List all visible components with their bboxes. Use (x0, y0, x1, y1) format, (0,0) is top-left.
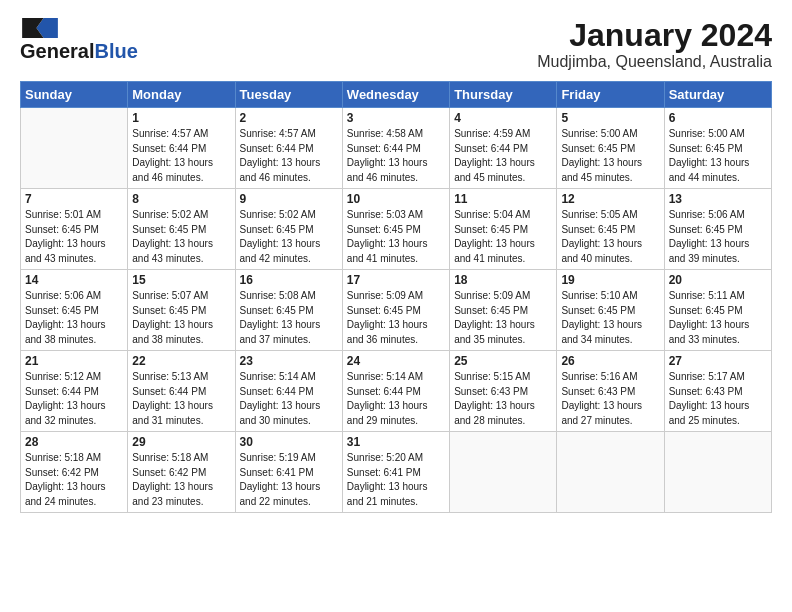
day-number: 17 (347, 273, 445, 287)
day-info: Sunrise: 5:02 AM Sunset: 6:45 PM Dayligh… (240, 208, 338, 266)
day-info: Sunrise: 5:03 AM Sunset: 6:45 PM Dayligh… (347, 208, 445, 266)
calendar-cell: 3Sunrise: 4:58 AM Sunset: 6:44 PM Daylig… (342, 108, 449, 189)
day-info: Sunrise: 5:17 AM Sunset: 6:43 PM Dayligh… (669, 370, 767, 428)
calendar-cell: 23Sunrise: 5:14 AM Sunset: 6:44 PM Dayli… (235, 351, 342, 432)
day-number: 7 (25, 192, 123, 206)
day-info: Sunrise: 5:07 AM Sunset: 6:45 PM Dayligh… (132, 289, 230, 347)
day-info: Sunrise: 5:13 AM Sunset: 6:44 PM Dayligh… (132, 370, 230, 428)
logo: General Blue (20, 18, 138, 63)
calendar-cell: 8Sunrise: 5:02 AM Sunset: 6:45 PM Daylig… (128, 189, 235, 270)
calendar-cell (21, 108, 128, 189)
day-number: 21 (25, 354, 123, 368)
day-number: 6 (669, 111, 767, 125)
day-number: 12 (561, 192, 659, 206)
day-number: 2 (240, 111, 338, 125)
day-number: 8 (132, 192, 230, 206)
day-info: Sunrise: 5:06 AM Sunset: 6:45 PM Dayligh… (25, 289, 123, 347)
week-row-1: 7Sunrise: 5:01 AM Sunset: 6:45 PM Daylig… (21, 189, 772, 270)
day-number: 18 (454, 273, 552, 287)
day-number: 25 (454, 354, 552, 368)
day-info: Sunrise: 5:09 AM Sunset: 6:45 PM Dayligh… (347, 289, 445, 347)
day-info: Sunrise: 5:00 AM Sunset: 6:45 PM Dayligh… (669, 127, 767, 185)
day-info: Sunrise: 5:15 AM Sunset: 6:43 PM Dayligh… (454, 370, 552, 428)
calendar-cell: 31Sunrise: 5:20 AM Sunset: 6:41 PM Dayli… (342, 432, 449, 513)
day-number: 28 (25, 435, 123, 449)
day-number: 5 (561, 111, 659, 125)
calendar-cell: 26Sunrise: 5:16 AM Sunset: 6:43 PM Dayli… (557, 351, 664, 432)
day-info: Sunrise: 5:12 AM Sunset: 6:44 PM Dayligh… (25, 370, 123, 428)
week-row-2: 14Sunrise: 5:06 AM Sunset: 6:45 PM Dayli… (21, 270, 772, 351)
calendar-cell: 21Sunrise: 5:12 AM Sunset: 6:44 PM Dayli… (21, 351, 128, 432)
day-info: Sunrise: 4:58 AM Sunset: 6:44 PM Dayligh… (347, 127, 445, 185)
calendar-title: January 2024 (537, 18, 772, 53)
week-row-3: 21Sunrise: 5:12 AM Sunset: 6:44 PM Dayli… (21, 351, 772, 432)
header-monday: Monday (128, 82, 235, 108)
logo-svg (20, 18, 60, 38)
calendar-cell: 2Sunrise: 4:57 AM Sunset: 6:44 PM Daylig… (235, 108, 342, 189)
day-number: 3 (347, 111, 445, 125)
day-info: Sunrise: 5:08 AM Sunset: 6:45 PM Dayligh… (240, 289, 338, 347)
day-info: Sunrise: 5:19 AM Sunset: 6:41 PM Dayligh… (240, 451, 338, 509)
calendar-table: SundayMondayTuesdayWednesdayThursdayFrid… (20, 81, 772, 513)
day-number: 16 (240, 273, 338, 287)
day-number: 20 (669, 273, 767, 287)
day-number: 11 (454, 192, 552, 206)
day-info: Sunrise: 4:57 AM Sunset: 6:44 PM Dayligh… (240, 127, 338, 185)
day-number: 1 (132, 111, 230, 125)
logo-general: General (20, 40, 94, 63)
day-number: 4 (454, 111, 552, 125)
day-info: Sunrise: 5:20 AM Sunset: 6:41 PM Dayligh… (347, 451, 445, 509)
calendar-header-row: SundayMondayTuesdayWednesdayThursdayFrid… (21, 82, 772, 108)
day-info: Sunrise: 5:06 AM Sunset: 6:45 PM Dayligh… (669, 208, 767, 266)
day-info: Sunrise: 5:18 AM Sunset: 6:42 PM Dayligh… (25, 451, 123, 509)
calendar-cell: 4Sunrise: 4:59 AM Sunset: 6:44 PM Daylig… (450, 108, 557, 189)
day-number: 31 (347, 435, 445, 449)
day-info: Sunrise: 5:02 AM Sunset: 6:45 PM Dayligh… (132, 208, 230, 266)
calendar-cell: 11Sunrise: 5:04 AM Sunset: 6:45 PM Dayli… (450, 189, 557, 270)
calendar-cell: 16Sunrise: 5:08 AM Sunset: 6:45 PM Dayli… (235, 270, 342, 351)
day-info: Sunrise: 5:04 AM Sunset: 6:45 PM Dayligh… (454, 208, 552, 266)
calendar-cell: 30Sunrise: 5:19 AM Sunset: 6:41 PM Dayli… (235, 432, 342, 513)
day-number: 22 (132, 354, 230, 368)
calendar-cell: 24Sunrise: 5:14 AM Sunset: 6:44 PM Dayli… (342, 351, 449, 432)
day-number: 30 (240, 435, 338, 449)
calendar-subtitle: Mudjimba, Queensland, Australia (537, 53, 772, 71)
calendar-cell: 27Sunrise: 5:17 AM Sunset: 6:43 PM Dayli… (664, 351, 771, 432)
logo-blue: Blue (94, 40, 137, 63)
day-info: Sunrise: 4:57 AM Sunset: 6:44 PM Dayligh… (132, 127, 230, 185)
week-row-4: 28Sunrise: 5:18 AM Sunset: 6:42 PM Dayli… (21, 432, 772, 513)
day-info: Sunrise: 5:11 AM Sunset: 6:45 PM Dayligh… (669, 289, 767, 347)
header-thursday: Thursday (450, 82, 557, 108)
header-saturday: Saturday (664, 82, 771, 108)
calendar-cell: 13Sunrise: 5:06 AM Sunset: 6:45 PM Dayli… (664, 189, 771, 270)
calendar-cell: 18Sunrise: 5:09 AM Sunset: 6:45 PM Dayli… (450, 270, 557, 351)
header-tuesday: Tuesday (235, 82, 342, 108)
calendar-cell (664, 432, 771, 513)
header-friday: Friday (557, 82, 664, 108)
header: General Blue January 2024 Mudjimba, Quee… (20, 18, 772, 71)
day-info: Sunrise: 5:09 AM Sunset: 6:45 PM Dayligh… (454, 289, 552, 347)
day-info: Sunrise: 5:18 AM Sunset: 6:42 PM Dayligh… (132, 451, 230, 509)
calendar-cell: 22Sunrise: 5:13 AM Sunset: 6:44 PM Dayli… (128, 351, 235, 432)
page: General Blue January 2024 Mudjimba, Quee… (0, 0, 792, 523)
calendar-cell: 15Sunrise: 5:07 AM Sunset: 6:45 PM Dayli… (128, 270, 235, 351)
header-sunday: Sunday (21, 82, 128, 108)
day-info: Sunrise: 4:59 AM Sunset: 6:44 PM Dayligh… (454, 127, 552, 185)
day-number: 9 (240, 192, 338, 206)
day-info: Sunrise: 5:14 AM Sunset: 6:44 PM Dayligh… (240, 370, 338, 428)
day-number: 26 (561, 354, 659, 368)
calendar-cell: 28Sunrise: 5:18 AM Sunset: 6:42 PM Dayli… (21, 432, 128, 513)
day-info: Sunrise: 5:10 AM Sunset: 6:45 PM Dayligh… (561, 289, 659, 347)
calendar-cell (450, 432, 557, 513)
calendar-cell: 12Sunrise: 5:05 AM Sunset: 6:45 PM Dayli… (557, 189, 664, 270)
day-number: 19 (561, 273, 659, 287)
day-info: Sunrise: 5:01 AM Sunset: 6:45 PM Dayligh… (25, 208, 123, 266)
day-number: 27 (669, 354, 767, 368)
calendar-cell: 29Sunrise: 5:18 AM Sunset: 6:42 PM Dayli… (128, 432, 235, 513)
calendar-cell: 20Sunrise: 5:11 AM Sunset: 6:45 PM Dayli… (664, 270, 771, 351)
calendar-cell: 19Sunrise: 5:10 AM Sunset: 6:45 PM Dayli… (557, 270, 664, 351)
calendar-cell: 14Sunrise: 5:06 AM Sunset: 6:45 PM Dayli… (21, 270, 128, 351)
calendar-cell: 25Sunrise: 5:15 AM Sunset: 6:43 PM Dayli… (450, 351, 557, 432)
day-number: 29 (132, 435, 230, 449)
day-number: 14 (25, 273, 123, 287)
